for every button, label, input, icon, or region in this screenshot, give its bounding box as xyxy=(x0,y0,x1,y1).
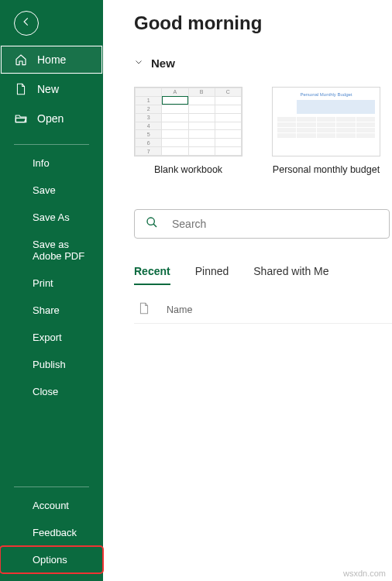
template-label: Blank workbook xyxy=(134,164,242,175)
new-section-header[interactable]: New xyxy=(134,56,392,70)
main-panel: Good morning New ABC 1 2 3 4 5 6 7 Blank… xyxy=(103,0,392,581)
nav-label: Close xyxy=(33,386,58,397)
nav-label: Account xyxy=(33,500,69,511)
template-blank-workbook[interactable]: ABC 1 2 3 4 5 6 7 Blank workbook xyxy=(134,87,242,175)
watermark: wsxdn.com xyxy=(343,569,386,578)
home-icon xyxy=(14,53,28,67)
template-thumbnail: ABC 1 2 3 4 5 6 7 xyxy=(134,87,242,156)
search-box[interactable] xyxy=(134,209,390,239)
search-input[interactable] xyxy=(172,218,378,230)
nav-account[interactable]: Account xyxy=(0,492,103,519)
template-thumbnail: Personal Monthly Budget xyxy=(272,87,380,156)
template-label: Personal monthly budget xyxy=(272,164,380,175)
chevron-down-icon xyxy=(134,56,143,70)
nav-close[interactable]: Close xyxy=(0,378,103,405)
nav-feedback[interactable]: Feedback xyxy=(0,519,103,546)
nav-label: Export xyxy=(33,332,62,343)
divider xyxy=(14,486,89,487)
nav-publish[interactable]: Publish xyxy=(0,351,103,378)
nav-label: Feedback xyxy=(33,527,77,538)
greeting-title: Good morning xyxy=(134,12,392,34)
tab-shared[interactable]: Shared with Me xyxy=(253,265,328,285)
nav-label: Print xyxy=(33,277,53,289)
search-icon xyxy=(146,216,158,232)
backstage-sidebar: Home New Open Info Save Save As Save as … xyxy=(0,0,103,581)
back-button[interactable] xyxy=(14,11,39,36)
nav-label: New xyxy=(37,83,59,95)
page-icon xyxy=(14,82,28,96)
nav-export[interactable]: Export xyxy=(0,324,103,351)
nav-label: Save as Adobe PDF xyxy=(33,239,89,262)
arrow-left-icon xyxy=(21,16,32,30)
nav-label: Save As xyxy=(33,211,70,223)
template-list: ABC 1 2 3 4 5 6 7 Blank workbook Persona… xyxy=(134,87,392,175)
nav-save[interactable]: Save xyxy=(0,177,103,204)
nav-print[interactable]: Print xyxy=(0,270,103,297)
bottom-nav: Account Feedback Options xyxy=(0,492,103,581)
primary-nav: Home New Open xyxy=(0,42,103,133)
tab-recent[interactable]: Recent xyxy=(134,265,170,285)
nav-save-adobe-pdf[interactable]: Save as Adobe PDF xyxy=(0,231,103,270)
tab-pinned[interactable]: Pinned xyxy=(195,265,229,285)
section-title: New xyxy=(151,57,175,70)
folder-icon xyxy=(14,112,28,125)
nav-options[interactable]: Options xyxy=(0,546,103,573)
nav-label: Publish xyxy=(33,359,66,370)
divider xyxy=(14,144,89,145)
file-icon xyxy=(139,302,150,317)
nav-label: Home xyxy=(37,53,66,66)
nav-label: Info xyxy=(33,157,50,169)
recent-tabs: Recent Pinned Shared with Me xyxy=(134,265,392,285)
nav-info[interactable]: Info xyxy=(0,150,103,177)
nav-save-as[interactable]: Save As xyxy=(0,204,103,231)
nav-label: Save xyxy=(33,184,56,196)
nav-home[interactable]: Home xyxy=(0,45,103,74)
nav-label: Options xyxy=(33,554,67,566)
svg-point-0 xyxy=(147,218,154,225)
nav-label: Share xyxy=(33,304,60,316)
nav-new[interactable]: New xyxy=(0,74,103,104)
nav-share[interactable]: Share xyxy=(0,297,103,324)
secondary-nav: Info Save Save As Save as Adobe PDF Prin… xyxy=(0,150,103,405)
template-personal-budget[interactable]: Personal Monthly Budget Personal monthly… xyxy=(272,87,380,175)
nav-open[interactable]: Open xyxy=(0,104,103,133)
column-name: Name xyxy=(167,304,192,315)
file-list-header: Name xyxy=(134,302,392,324)
nav-label: Open xyxy=(37,112,64,125)
